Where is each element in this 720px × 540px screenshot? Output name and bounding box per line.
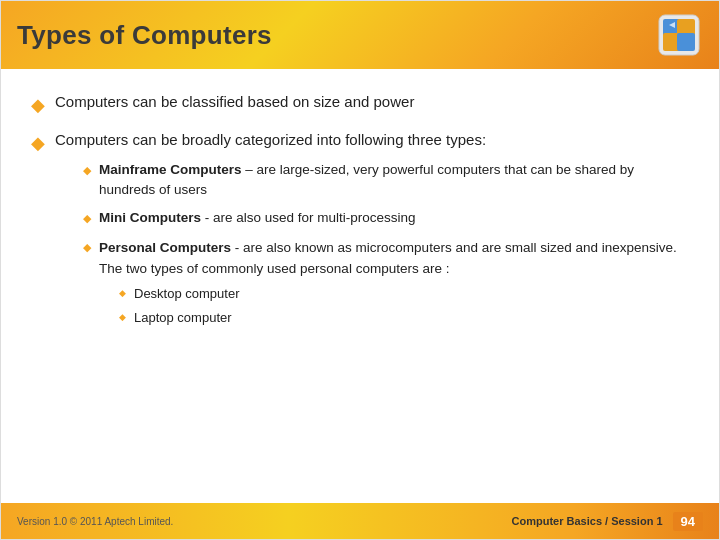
personal-label: Personal Computers <box>99 240 231 255</box>
mainframe-label: Mainframe Computers <box>99 162 242 177</box>
sub-diamond-icon-2: ◆ <box>83 210 91 227</box>
footer-right: Computer Basics / Session 1 94 <box>512 512 703 531</box>
slide: Types of Computers ◆ Computers can be cl… <box>0 0 720 540</box>
bullet-1-text: Computers can be classified based on siz… <box>55 91 414 114</box>
sub-bullet-mini: ◆ Mini Computers - are also used for mul… <box>83 208 689 228</box>
footer: Version 1.0 © 2011 Aptech Limited. Compu… <box>1 503 719 539</box>
content-area: ◆ Computers can be classified based on s… <box>1 69 719 359</box>
footer-page-number: 94 <box>673 512 703 531</box>
sub-sub-diamond-icon-2: ◆ <box>119 311 126 325</box>
slide-title: Types of Computers <box>17 20 272 51</box>
footer-left-text: Version 1.0 © 2011 Aptech Limited. <box>17 516 173 527</box>
sub-sub-bullet-desktop: ◆ Desktop computer <box>119 284 689 304</box>
sub-bullet-personal: ◆ Personal Computers - are also known as… <box>83 237 689 332</box>
mini-label: Mini Computers <box>99 210 201 225</box>
bullet-1: ◆ Computers can be classified based on s… <box>31 91 689 119</box>
svg-rect-4 <box>677 33 695 51</box>
diamond-icon-2: ◆ <box>31 130 45 157</box>
laptop-text: Laptop computer <box>134 308 232 328</box>
bullet-2-text: Computers can be broadly categorized int… <box>55 131 486 148</box>
sub-diamond-icon-1: ◆ <box>83 162 91 179</box>
sub-sub-diamond-icon-1: ◆ <box>119 287 126 301</box>
diamond-icon-1: ◆ <box>31 92 45 119</box>
footer-session-text: Computer Basics / Session 1 <box>512 515 663 527</box>
sub-diamond-icon-3: ◆ <box>83 239 91 256</box>
bullet-2: ◆ Computers can be broadly categorized i… <box>31 129 689 339</box>
logo-icon <box>655 11 703 59</box>
mini-sep: - <box>201 210 213 225</box>
sub-sub-bullets-container: ◆ Desktop computer ◆ Laptop computer <box>119 284 689 327</box>
sub-bullet-mainframe-text: Mainframe Computers – are large-sized, v… <box>99 160 689 201</box>
personal-sep: - <box>231 240 243 255</box>
sub-bullet-personal-text: Personal Computers - are also known as m… <box>99 240 677 277</box>
sub-bullet-mini-text: Mini Computers - are also used for multi… <box>99 208 416 228</box>
header: Types of Computers <box>1 1 719 69</box>
mini-rest: are also used for multi-processing <box>213 210 416 225</box>
sub-bullet-mainframe: ◆ Mainframe Computers – are large-sized,… <box>83 160 689 201</box>
desktop-text: Desktop computer <box>134 284 240 304</box>
mainframe-sep: – <box>242 162 257 177</box>
sub-bullets-container: ◆ Mainframe Computers – are large-sized,… <box>83 160 689 331</box>
sub-sub-bullet-laptop: ◆ Laptop computer <box>119 308 689 328</box>
